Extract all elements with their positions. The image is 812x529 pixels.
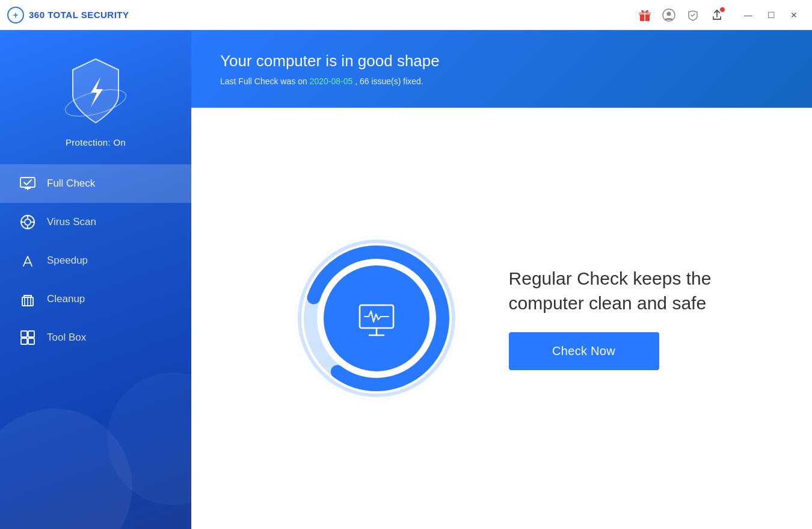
svg-point-7 [667,11,671,16]
nav-item-virus-scan[interactable]: Virus Scan [0,203,191,241]
svg-rect-25 [21,338,27,344]
svg-rect-9 [20,178,35,187]
header-subtitle: Last Full Check was on 2020-08-05 , 66 i… [220,76,783,86]
protection-status: Protection: On [66,137,126,147]
svg-rect-26 [28,338,34,344]
header-title: Your computer is in good shape [220,52,783,70]
nav-label-virus-scan: Virus Scan [47,216,96,228]
app-logo-area: + 360 TOTAL SECURITY [7,7,129,23]
cleanup-icon [19,291,36,308]
nav-item-tool-box[interactable]: Tool Box [0,318,191,357]
svg-point-31 [324,265,429,371]
info-section: Regular Check keeps the computer clean a… [509,267,712,370]
subtitle-prefix: Last Full Check was on [220,76,310,86]
svg-point-13 [25,219,31,225]
header-banner: Your computer is in good shape Last Full… [191,30,812,108]
gift-button[interactable] [634,4,656,26]
donut-chart [292,234,461,403]
nav-label-cleanup: Cleanup [47,293,85,305]
close-button[interactable]: ✕ [783,4,805,26]
title-bar-actions: — ☐ ✕ [634,4,805,26]
last-check-date: 2020-08-05 [310,76,353,86]
nav-label-speedup: Speedup [47,255,88,267]
theme-button[interactable] [682,4,704,26]
tagline-line1: Regular Check keeps the [509,268,712,288]
app-logo-icon: + [7,7,24,23]
nav-item-speedup[interactable]: Speedup [0,241,191,280]
nav-label-full-check: Full Check [47,178,95,190]
svg-rect-24 [28,331,34,337]
maximize-button[interactable]: ☐ [760,4,782,26]
speedup-icon [19,252,36,269]
main-content: Regular Check keeps the computer clean a… [191,108,812,529]
app-title: 360 TOTAL SECURITY [29,10,129,20]
profile-button[interactable] [658,4,680,26]
check-now-button[interactable]: Check Now [509,332,659,370]
main-layout: Protection: On Full Check [0,30,812,529]
svg-text:+: + [13,10,19,20]
tool-box-icon [19,329,36,346]
title-bar: + 360 TOTAL SECURITY [0,0,812,30]
subtitle-suffix: , 66 issue(s) fixed. [355,76,423,86]
virus-scan-icon [19,214,36,230]
shield-logo [60,52,132,130]
content-area: Your computer is in good shape Last Full… [191,30,812,529]
nav-item-full-check[interactable]: Full Check [0,164,191,203]
svg-rect-23 [21,331,27,337]
minimize-button[interactable]: — [737,4,759,26]
window-controls: — ☐ ✕ [737,4,805,26]
upload-button[interactable] [706,4,728,26]
nav-menu: Full Check Virus Scan [0,164,191,357]
full-check-icon [19,175,36,192]
nav-label-tool-box: Tool Box [47,332,86,344]
sidebar: Protection: On Full Check [0,30,191,529]
tagline-line2: computer clean and safe [509,293,707,313]
upload-badge [719,7,725,13]
nav-item-cleanup[interactable]: Cleanup [0,280,191,318]
info-tagline: Regular Check keeps the computer clean a… [509,267,712,315]
